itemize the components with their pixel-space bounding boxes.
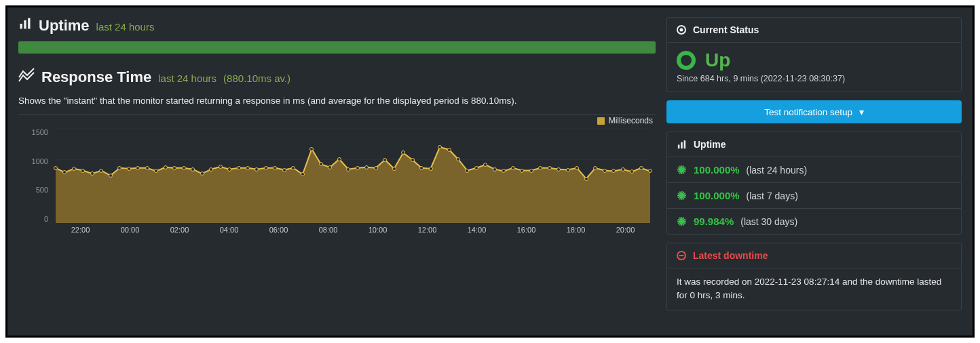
current-status-header: Current Status xyxy=(667,18,961,43)
uptime-row: 100.000%(last 7 days) xyxy=(667,183,961,209)
svg-point-8 xyxy=(680,28,683,32)
svg-rect-10 xyxy=(678,144,680,148)
uptime-range: (last 30 days) xyxy=(740,216,797,227)
uptime-range: (last 7 days) xyxy=(747,190,798,201)
response-time-description: Shows the "instant" that the monitor sta… xyxy=(18,96,656,106)
burst-icon xyxy=(677,190,687,201)
svg-rect-12 xyxy=(684,140,686,148)
status-state: Up xyxy=(705,49,730,71)
latest-downtime-title: Latest downtime xyxy=(693,250,768,261)
current-status-card: Current Status Up Since 684 hrs, 9 mins … xyxy=(666,17,962,92)
latest-downtime-body: It was recorded on 2022-11-23 08:27:14 a… xyxy=(667,268,961,310)
test-notification-label: Test notification setup xyxy=(764,107,852,117)
latest-downtime-header: Latest downtime xyxy=(667,243,961,268)
status-up-row: Up xyxy=(677,49,951,71)
uptime-card: Uptime 100.000%(last 24 hours)100.000%(l… xyxy=(666,132,962,235)
latest-downtime-card: Latest downtime It was recorded on 2022-… xyxy=(666,243,962,310)
burst-icon xyxy=(677,165,687,175)
legend-label: Milliseconds xyxy=(609,116,653,125)
uptime-range: (last 24 hours) xyxy=(747,165,807,176)
svg-rect-53 xyxy=(679,255,684,256)
uptime-card-header: Uptime xyxy=(667,132,961,157)
status-ring-icon xyxy=(677,51,696,70)
line-chart-icon xyxy=(18,67,35,82)
svg-rect-11 xyxy=(681,142,683,148)
uptime-title: Uptime xyxy=(39,17,90,35)
chart-x-axis: 22:0000:0002:0004:0006:0008:0010:0012:00… xyxy=(56,226,650,237)
uptime-row: 100.000%(last 24 hours) xyxy=(667,157,961,183)
minus-circle-icon xyxy=(677,251,686,260)
svg-point-25 xyxy=(679,167,685,173)
status-since: Since 684 hrs, 9 mins (2022-11-23 08:30:… xyxy=(677,74,951,83)
svg-rect-0 xyxy=(20,24,22,29)
legend-swatch xyxy=(597,117,605,125)
uptime-card-title: Uptime xyxy=(694,139,725,150)
uptime-row: 99.984%(last 30 days) xyxy=(667,209,961,234)
record-icon xyxy=(677,25,686,35)
response-time-subtitle: last 24 hours xyxy=(158,73,216,84)
response-time-title: Response Time xyxy=(41,68,151,86)
chart-plot xyxy=(56,128,650,223)
uptime-pct: 100.000% xyxy=(694,190,740,201)
bars-icon xyxy=(677,140,687,150)
burst-icon xyxy=(677,216,687,226)
chart-legend: Milliseconds xyxy=(18,115,656,128)
svg-rect-2 xyxy=(28,18,30,29)
caret-down-icon: ▾ xyxy=(859,107,864,117)
response-time-heading: Response Time last 24 hours (880.10ms av… xyxy=(18,67,656,86)
uptime-heading: Uptime last 24 hours xyxy=(18,17,656,35)
svg-point-51 xyxy=(679,219,685,224)
test-notification-button[interactable]: Test notification setup ▾ xyxy=(666,100,962,123)
uptime-subtitle: last 24 hours xyxy=(96,21,155,33)
svg-point-38 xyxy=(679,193,685,199)
bars-icon xyxy=(18,17,32,31)
svg-point-9 xyxy=(679,53,694,68)
chart-y-axis: 150010005000 xyxy=(18,128,52,223)
svg-rect-1 xyxy=(24,20,26,29)
response-time-average: (880.10ms av.) xyxy=(223,73,290,84)
response-time-chart: Milliseconds 150010005000 22:0000:0002:0… xyxy=(18,114,656,237)
uptime-pct: 99.984% xyxy=(694,216,734,227)
current-status-title: Current Status xyxy=(693,24,759,35)
uptime-pct: 100.000% xyxy=(694,164,740,176)
uptime-bar xyxy=(18,41,656,54)
